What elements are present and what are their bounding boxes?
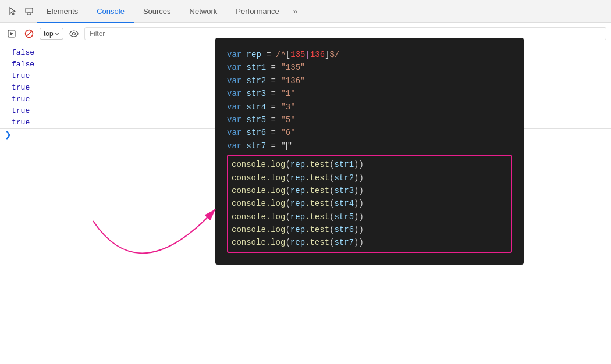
cursor-icon[interactable] [5,3,21,19]
code-line: var str3 = "1" [227,87,512,100]
tab-network[interactable]: Network [180,0,227,23]
code-line: var str4 = "3" [227,101,512,113]
highlighted-code-line: console.log(rep.test(str4)) [228,197,511,210]
svg-rect-1 [27,13,31,15]
highlighted-code-line: console.log(rep.test(str5)) [228,210,511,223]
highlighted-code-line: console.log(rep.test(str3)) [228,184,511,197]
device-icon[interactable] [21,3,37,19]
code-line: var str6 = "6" [227,126,512,139]
svg-point-6 [70,31,78,37]
top-label: top [44,30,54,38]
highlighted-block: console.log(rep.test(str1))console.log(r… [227,155,512,253]
highlighted-code-line: console.log(rep.test(str7)) [228,236,511,249]
tab-elements[interactable]: Elements [37,0,87,23]
prompt-arrow: ❯ [5,130,12,139]
code-line: var str1 = "135" [227,61,512,74]
tab-more[interactable]: » [289,7,302,16]
code-line: var str5 = "5" [227,113,512,126]
play-icon[interactable] [5,27,19,41]
tab-console[interactable]: Console [87,0,134,23]
top-dropdown[interactable]: top [40,28,63,40]
svg-point-7 [72,32,75,35]
chevron-down-icon [55,31,59,36]
svg-line-5 [26,31,32,37]
tab-performance[interactable]: Performance [226,0,288,23]
tab-bar: Elements Console Sources Network Perform… [0,0,611,23]
code-line: var rep = /^[135|136]$/ [227,48,512,61]
block-icon[interactable] [22,27,36,41]
highlighted-code-line: console.log(rep.test(str1)) [228,158,511,171]
svg-rect-0 [26,8,33,13]
eye-icon[interactable] [67,27,81,41]
tab-sources[interactable]: Sources [134,0,180,23]
code-line: var str2 = "136" [227,74,512,87]
code-overlay: var rep = /^[135|136]$/var str1 = "135"v… [215,38,524,265]
code-line: var str7 = "" [227,140,512,152]
highlighted-code-line: console.log(rep.test(str6)) [228,223,511,236]
highlighted-code-line: console.log(rep.test(str2)) [228,172,511,184]
svg-marker-3 [10,32,13,35]
